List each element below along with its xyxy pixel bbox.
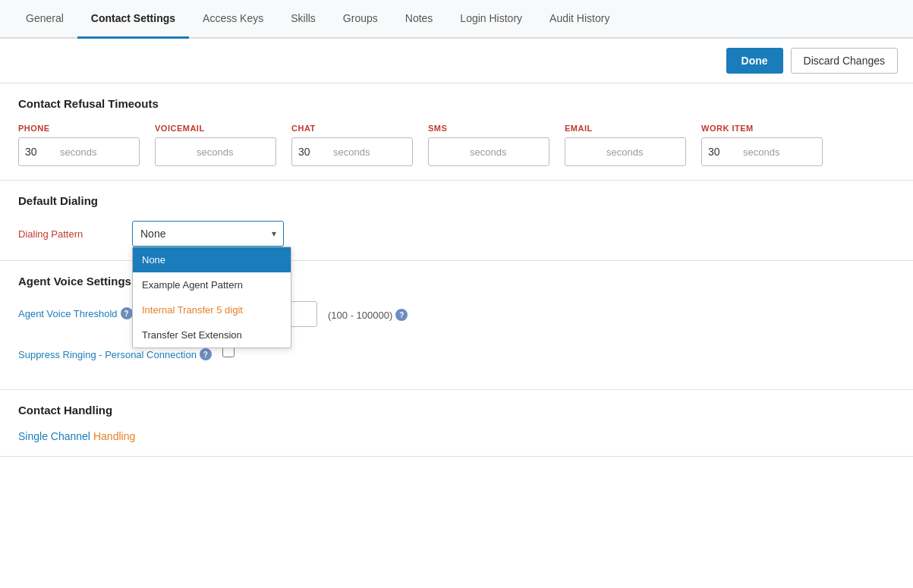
tab-login-history[interactable]: Login History xyxy=(446,0,536,39)
tab-notes[interactable]: Notes xyxy=(392,0,447,39)
chat-input[interactable] xyxy=(292,141,330,162)
selected-option-label: None xyxy=(140,228,165,240)
email-label: EMAIL xyxy=(565,124,686,133)
voicemail-unit: seconds xyxy=(194,146,275,158)
dialing-pattern-row: Dialing Pattern None ▾ None Example Agen… xyxy=(18,221,895,247)
dropdown-option-example-agent[interactable]: Example Agent Pattern xyxy=(133,272,291,297)
tab-skills[interactable]: Skills xyxy=(277,0,329,39)
email-input[interactable] xyxy=(565,141,603,162)
phone-input[interactable] xyxy=(19,141,57,162)
dropdown-option-none[interactable]: None xyxy=(133,247,291,272)
dialing-pattern-dropdown-wrapper: None ▾ None Example Agent Pattern Intern… xyxy=(132,221,284,247)
sms-timeout-field: SMS seconds xyxy=(428,124,549,166)
default-dialing-title: Default Dialing xyxy=(18,194,895,207)
sms-label: SMS xyxy=(428,124,549,133)
dropdown-option-transfer-set[interactable]: Transfer Set Extension xyxy=(133,322,291,347)
threshold-range-help-icon[interactable]: ? xyxy=(395,309,408,321)
tab-contact-settings[interactable]: Contact Settings xyxy=(77,0,189,39)
dialing-pattern-label: Dialing Pattern xyxy=(18,221,117,240)
chat-input-wrap: seconds xyxy=(291,137,413,166)
tab-bar: General Contact Settings Access Keys Ski… xyxy=(0,0,913,39)
phone-label: PHONE xyxy=(18,124,140,133)
suppress-label-text: Suppress Ringing - Personal Connection xyxy=(18,349,197,360)
dialing-pattern-dropdown-menu: None Example Agent Pattern Internal Tran… xyxy=(132,247,291,348)
chat-timeout-field: CHAT seconds xyxy=(291,124,413,166)
contact-refusal-section: Contact Refusal Timeouts PHONE seconds V… xyxy=(0,83,913,181)
work-item-input[interactable] xyxy=(702,141,740,162)
email-unit: seconds xyxy=(603,146,685,158)
work-item-input-wrap: seconds xyxy=(701,137,823,166)
contact-handling-section: Contact Handling Single Channel Handling xyxy=(0,390,913,457)
chat-label: CHAT xyxy=(291,124,413,133)
phone-unit: seconds xyxy=(57,146,139,158)
sms-input-wrap: seconds xyxy=(428,137,549,166)
phone-input-wrap: seconds xyxy=(18,137,140,166)
link-prefix: Single Channel xyxy=(18,430,90,442)
email-input-wrap: seconds xyxy=(565,137,686,166)
sms-unit: seconds xyxy=(467,146,549,158)
contact-handling-title: Contact Handling xyxy=(18,404,895,417)
default-dialing-section: Default Dialing Dialing Pattern None ▾ N… xyxy=(0,181,913,261)
work-item-timeout-field: WORK ITEM seconds xyxy=(701,124,823,166)
voicemail-input-wrap: seconds xyxy=(155,137,276,166)
contact-refusal-title: Contact Refusal Timeouts xyxy=(18,97,895,110)
phone-timeout-field: PHONE seconds xyxy=(18,124,140,166)
action-toolbar: Done Discard Changes xyxy=(0,39,913,83)
link-suffix: Handling xyxy=(93,430,135,442)
tab-general[interactable]: General xyxy=(12,0,77,39)
chevron-down-icon: ▾ xyxy=(272,228,276,239)
email-timeout-field: EMAIL seconds xyxy=(565,124,686,166)
threshold-hint-text: (100 - 100000) xyxy=(328,310,392,321)
single-channel-handling-link[interactable]: Single Channel Handling xyxy=(18,430,135,442)
threshold-hint: (100 - 100000) ? xyxy=(328,301,408,321)
work-item-unit: seconds xyxy=(740,146,822,158)
discard-changes-button[interactable]: Discard Changes xyxy=(791,48,898,74)
threshold-label-text: Agent Voice Threshold xyxy=(18,308,118,319)
tab-groups[interactable]: Groups xyxy=(329,0,392,39)
dropdown-option-internal-transfer[interactable]: Internal Transfer 5 digit xyxy=(133,297,291,322)
tab-access-keys[interactable]: Access Keys xyxy=(189,0,277,39)
chat-unit: seconds xyxy=(330,146,412,158)
work-item-label: WORK ITEM xyxy=(701,124,823,133)
voicemail-timeout-field: VOICEMAIL seconds xyxy=(155,124,276,166)
voicemail-input[interactable] xyxy=(156,141,194,162)
timeout-grid: PHONE seconds VOICEMAIL seconds CHAT sec… xyxy=(18,124,895,166)
dialing-pattern-select[interactable]: None ▾ xyxy=(132,221,284,247)
voicemail-label: VOICEMAIL xyxy=(155,124,276,133)
done-button[interactable]: Done xyxy=(726,48,783,74)
threshold-help-icon[interactable]: ? xyxy=(121,307,133,319)
suppress-help-icon[interactable]: ? xyxy=(200,348,212,360)
tab-audit-history[interactable]: Audit History xyxy=(536,0,623,39)
sms-input[interactable] xyxy=(429,141,467,162)
